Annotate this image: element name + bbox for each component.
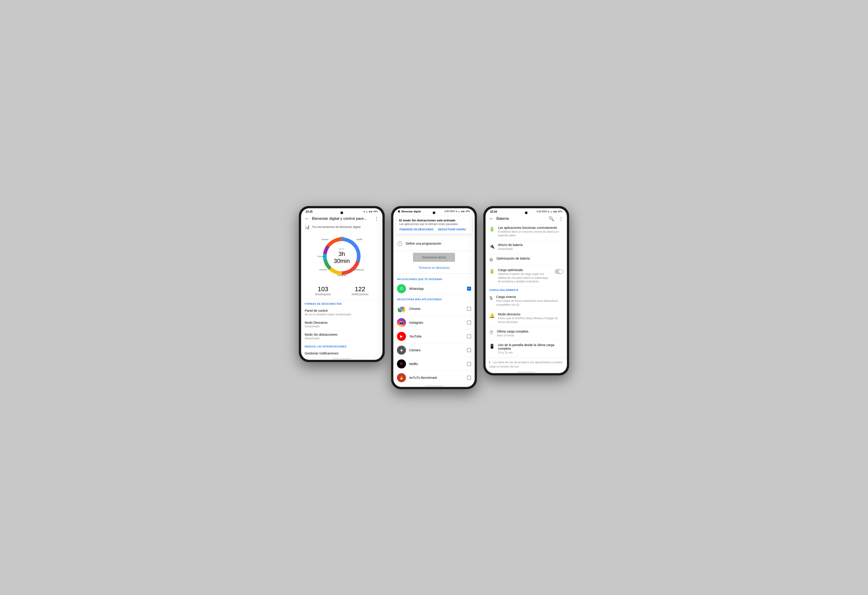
list-item-sin-distracciones[interactable]: Modo Sin distracciones Desactivado (301, 330, 382, 342)
app-row-camara[interactable]: ◉ Cámara (393, 343, 475, 357)
svg-point-12 (400, 308, 402, 310)
battery-title-6: Modo descanso (498, 312, 563, 316)
netflix-checkbox[interactable] (467, 362, 471, 366)
app-row-whatsapp[interactable]: ✆ WhatsApp (393, 282, 475, 296)
battery-title-2: Ahorro de batería (498, 243, 563, 247)
phone-2-screen: Bienestar digital 0.00 KB/S ⊘ ▲ ◀ ▶ 49% … (393, 208, 475, 387)
list-item-panel[interactable]: Panel de control No se ha añadido ningún… (301, 306, 382, 318)
antutu-icon: 🔥 (397, 373, 406, 382)
youtube-icon: ▶ (397, 332, 406, 341)
battery-item-text-1: Las aplicaciones funcionan correctamente… (498, 226, 563, 238)
clock-icon: 🕐 (397, 241, 403, 246)
donut-label-chrome: Chrome (319, 268, 327, 271)
instagram-checkbox[interactable] (467, 321, 471, 325)
donut-chart: HOY 3h 30min Otras Netflix WhatsApp Inst… (319, 234, 365, 279)
battery-item-optimization[interactable]: ⚙ Optimización de batería (486, 254, 567, 265)
chrome-checkbox[interactable] (467, 307, 471, 311)
donut-label-otras: Otras (339, 236, 344, 238)
battery-sub-6: Cómo usar el OnePlus Warp Wireless Charg… (498, 317, 563, 324)
deactivate-now-button-banner[interactable]: DESACTIVAR AHORA (438, 228, 466, 231)
modo-descanso-title: Modo Descanso (305, 321, 379, 324)
netflix-icon: N (397, 359, 406, 368)
apps-distraen-title: APLICACIONES QUE TE DISTRAEN (393, 275, 475, 282)
p3-status-icons: 0.00 KB/S ⊘ ▲ ◀ ▶ 50% (537, 210, 562, 213)
bottom-indicator-3 (486, 372, 567, 373)
take-break-button[interactable]: TOMARSE UN DESCANSO (399, 228, 434, 231)
netflix-name: Netflix (409, 362, 467, 366)
battery-item-sleep-mode[interactable]: 🔔 Modo descanso Cómo usar el OnePlus War… (486, 310, 567, 327)
phone-1: 22:25 ⊘ ▲ ◀ ▶ 49% ← Bienestar digital y … (299, 206, 385, 362)
battery-title-5: Carga inversa (496, 295, 563, 299)
battery-item-screen-use[interactable]: 📱 Uso de la pantalla desde la última car… (486, 340, 567, 358)
battery-sub-7: hace 14 horas (497, 334, 563, 337)
section-disconnect-title: FORMAS DE DESCONECTAR (301, 300, 382, 306)
toolbar-1: ← Bienestar digital y control pare... ⋮ (301, 214, 382, 223)
bottom-indicator-2 (393, 386, 475, 387)
camara-icon: ◉ (397, 346, 406, 355)
phone-2: Bienestar digital 0.00 KB/S ⊘ ▲ ◀ ▶ 49% … (391, 206, 477, 389)
donut-center: HOY 3h 30min (331, 248, 353, 264)
battery-sub-1: El teléfono tiene un consumo normal de b… (498, 230, 563, 238)
battery-item-text-5: Carga inversa Para cargar de forma inalá… (496, 295, 563, 307)
back-button-1[interactable]: ← (305, 216, 309, 221)
nav-indicator-3 (517, 372, 535, 373)
youtube-name: YouTube (409, 334, 467, 338)
stat-notifications: 122 Notificaciones (351, 286, 368, 296)
antutu-name: AnTuTu Benchmark (409, 376, 467, 380)
wireless-section-title: CARGA INALÁMBRICA (486, 286, 567, 292)
section-header-text-1: Tus herramientas de Bienestar digital (312, 225, 360, 228)
sleep-mode-icon: 🔔 (489, 313, 495, 318)
battery-title-7: Última carga completa (497, 330, 563, 333)
battery-item-last-charge[interactable]: ⏱ Última carga completa hace 14 horas (486, 327, 567, 340)
schedule-text: Definir una programación (406, 242, 441, 245)
battery-item-reverse-charge[interactable]: ⇅ Carga inversa Para cargar de forma ina… (486, 292, 567, 310)
schedule-row[interactable]: 🕐 Definir una programación (393, 238, 475, 249)
whatsapp-checkbox[interactable] (467, 287, 471, 291)
toolbar-3: ← Batería 🔍 ⋮ (486, 214, 567, 223)
unlock-label: Desbloqueos (315, 293, 331, 296)
antutu-checkbox[interactable] (467, 376, 471, 380)
camera-dot-2 (433, 211, 435, 214)
phone-3: 22:24 0.00 KB/S ⊘ ▲ ◀ ▶ 50% ← Batería 🔍 … (483, 206, 569, 376)
battery-item-optimized-charge[interactable]: 🔋 Carga optimizada Optimiza el patrón de… (486, 265, 567, 286)
camara-name: Cámara (409, 348, 467, 352)
donut-label-instagram: Instagram (337, 274, 347, 277)
more-button-3[interactable]: ⋮ (559, 216, 563, 221)
app-row-instagram[interactable]: 📷 Instagram (393, 316, 475, 330)
app-row-netflix[interactable]: N Netflix (393, 357, 475, 371)
list-item-modo-descanso[interactable]: Modo Descanso Desactivado (301, 318, 382, 330)
battery-item-text-2: Ahorro de batería Desactivado (498, 243, 563, 251)
optimized-charge-toggle[interactable] (555, 269, 563, 274)
time-3: 22:24 (490, 210, 497, 213)
list-item-gestionar[interactable]: Gestionar notificaciones (301, 349, 382, 358)
search-button-3[interactable]: 🔍 (549, 216, 554, 221)
reverse-charge-icon: ⇅ (489, 296, 493, 301)
deactivate-button[interactable]: Desactivar ahora (413, 253, 455, 262)
p1-status-icons: ⊘ ▲ ◀ ▶ 49% (363, 210, 378, 213)
bottom-indicator-1 (301, 358, 382, 360)
more-button-1[interactable]: ⋮ (374, 216, 379, 221)
whatsapp-name: WhatsApp (409, 287, 467, 290)
break-link[interactable]: Tomarse un descanso (393, 264, 475, 272)
phones-container: 22:25 ⊘ ▲ ◀ ▶ 49% ← Bienestar digital y … (299, 206, 569, 389)
camara-checkbox[interactable] (467, 348, 471, 352)
app-row-antutu[interactable]: 🔥 AnTuTu Benchmark (393, 371, 475, 385)
back-button-3[interactable]: ← (489, 216, 494, 221)
battery-title-4: Carga optimizada (498, 268, 552, 272)
battery-title-8: Uso de la pantalla desde la última carga… (498, 343, 563, 351)
sin-distracciones-sub: Desactivado (305, 337, 379, 340)
youtube-checkbox[interactable] (467, 334, 471, 339)
battery-item-saver[interactable]: 🔌 Ahorro de batería Desactivado (486, 240, 567, 254)
p2-camera-pill (398, 210, 400, 212)
donut-label-camara: Cámara (317, 255, 325, 257)
app-row-youtube[interactable]: ▶ YouTube (393, 330, 475, 343)
time-1: 22:25 (306, 210, 313, 213)
phone-1-screen: 22:25 ⊘ ▲ ◀ ▶ 49% ← Bienestar digital y … (301, 208, 382, 360)
battery-sub-2: Desactivado (498, 247, 563, 251)
panel-title: Panel de control (305, 309, 379, 312)
notif-actions: TOMARSE UN DESCANSO DESACTIVAR AHORA (399, 228, 469, 231)
app-row-chrome[interactable]: Chrome (393, 302, 475, 316)
battery-item-apps-working[interactable]: 🔋 Las aplicaciones funcionan correctamen… (486, 223, 567, 240)
panel-sub: No se ha añadido ningún temporizador (305, 313, 379, 316)
info-text: Los datos de uso de la batería son aprox… (489, 361, 562, 368)
